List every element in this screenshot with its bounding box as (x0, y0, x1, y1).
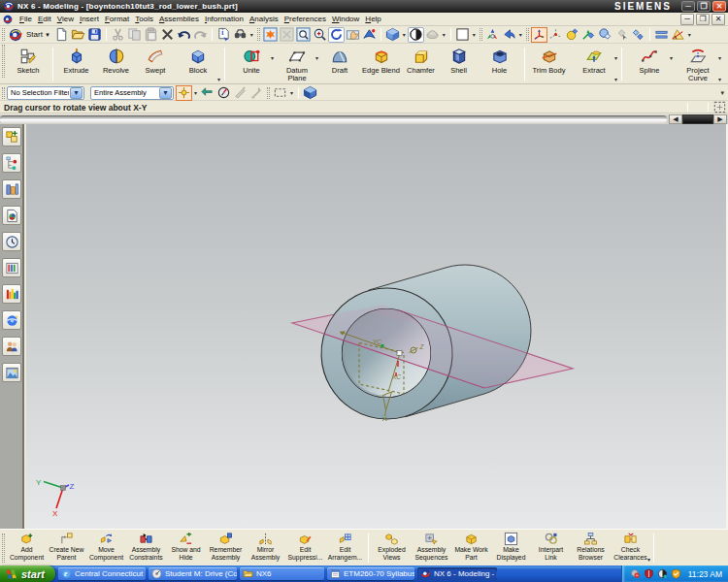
unite-button[interactable]: Unite▾ (228, 45, 275, 83)
pan-icon[interactable] (345, 27, 361, 43)
dropdown-caret-icon[interactable]: ▾ (647, 556, 650, 563)
vector-icon[interactable] (580, 27, 597, 43)
select-disabled-icon[interactable] (613, 27, 630, 43)
make-displayed-button[interactable]: MakeDisplayed (491, 530, 531, 566)
taskbar-button[interactable]: NX 6 - Modeling - [bo... (417, 567, 497, 580)
taskbar-button[interactable]: NX6 (240, 567, 324, 580)
minimize-button[interactable]: ─ (681, 1, 695, 12)
toolbar-grip[interactable] (526, 28, 529, 42)
constraint-navigator-tab[interactable] (2, 153, 21, 173)
dropdown-caret-icon[interactable]: ▾ (315, 54, 318, 61)
assembly-constraints-button[interactable]: AssemblyConstraints (126, 530, 166, 566)
internet-explorer-tab[interactable] (2, 310, 21, 330)
toolbar-grip[interactable] (480, 28, 482, 42)
datum-plane-button[interactable]: DatumPlane▾ (275, 45, 319, 83)
restore-button[interactable]: ❐ (697, 1, 711, 12)
project-curve-button[interactable]: ProjectCurve▾▾ (674, 45, 722, 83)
plane-dialog-icon[interactable] (597, 27, 613, 43)
orient-view-icon[interactable] (484, 27, 501, 43)
dropdown-caret-icon[interactable]: ▾ (718, 54, 721, 61)
selection-scope-combo[interactable]: Entire Assembly ▼ (90, 86, 174, 100)
add-component-button[interactable]: AddComponent (7, 530, 47, 566)
menu-insert[interactable]: Insert (77, 14, 102, 24)
menu-assemblies[interactable]: Assemblies (156, 14, 202, 24)
menu-preferences[interactable]: Preferences (281, 14, 329, 24)
clip-section-icon[interactable] (711, 100, 728, 115)
rotate-icon[interactable] (328, 27, 345, 43)
draft-button[interactable]: Draft (319, 45, 360, 83)
spline-button[interactable]: Spline▾ (625, 45, 674, 83)
redo-icon[interactable] (192, 27, 209, 43)
delete-icon[interactable] (159, 27, 176, 43)
start-menu-button[interactable]: Start▼ (23, 30, 53, 39)
find-icon[interactable] (232, 27, 248, 43)
graphics-window[interactable]: Z YC XC Y X Z (26, 124, 728, 529)
edge-blend-button[interactable]: Edge Blend (360, 45, 402, 83)
toolbar-grip[interactable] (2, 534, 5, 563)
display-mode-icon[interactable] (408, 27, 424, 43)
toolbar-overflow-icon[interactable]: ▾ (720, 89, 724, 97)
make-work-part-button[interactable]: Make WorkPart (451, 530, 491, 566)
open-icon[interactable] (70, 27, 86, 43)
interpart-link-button[interactable]: InterpartLink (531, 530, 571, 566)
relations-browser-button[interactable]: RelationsBrowser (571, 530, 611, 566)
deselect-icon[interactable] (232, 85, 248, 101)
chevron-down-icon[interactable]: ▼ (70, 87, 83, 99)
child-close-button[interactable]: ✕ (711, 14, 725, 25)
shaded-view-icon[interactable] (384, 27, 401, 43)
menu-analysis[interactable]: Analysis (247, 14, 281, 24)
dropdown-caret-icon[interactable]: ▾ (517, 31, 524, 38)
extract-button[interactable]: Extract▾▾ (570, 45, 618, 83)
menu-tools[interactable]: Tools (132, 14, 156, 24)
scroll-track[interactable] (682, 114, 713, 124)
check-clearances-button[interactable]: CheckClearances▾ (611, 530, 650, 566)
dropdown-caret-icon[interactable]: ▾ (401, 31, 408, 38)
dropdown-caret-icon[interactable]: ▾ (288, 89, 295, 96)
operation-navigator-tab[interactable] (2, 206, 21, 225)
scroll-right-button[interactable]: ▶ (713, 114, 727, 124)
rectangle-select-icon[interactable] (272, 85, 288, 101)
network-icon[interactable] (657, 568, 668, 579)
dock-groove[interactable] (0, 115, 667, 123)
dropdown-caret-icon[interactable]: ▾ (686, 31, 693, 38)
menu-view[interactable]: View (54, 14, 77, 24)
csys-dashed-icon[interactable] (547, 27, 564, 43)
menu-help[interactable]: Help (362, 14, 383, 24)
parallel-lines-icon[interactable] (653, 27, 670, 43)
assembly-navigator-tab[interactable] (2, 127, 21, 146)
menu-format[interactable]: Format (102, 14, 132, 24)
trim-body-button[interactable]: Trim Body (528, 45, 570, 83)
dropdown-caret-icon[interactable]: ▾ (670, 54, 673, 61)
background-icon[interactable] (454, 27, 471, 43)
dropdown-caret-icon[interactable]: ▾ (248, 31, 255, 38)
copy-icon[interactable] (126, 27, 143, 43)
fit-view-icon[interactable] (262, 27, 279, 43)
zoom-box-icon[interactable] (295, 27, 312, 43)
toolbar-grip[interactable] (2, 28, 5, 42)
assembly-sequences-button[interactable]: AssemblySequences (412, 530, 451, 566)
taskbar-button[interactable]: Student M: Drive (Co... (149, 567, 237, 580)
antivirus-icon[interactable] (630, 568, 641, 579)
revolve-button[interactable]: Revolve (96, 45, 136, 83)
edit-arrangement-button[interactable]: EditArrangem... (325, 530, 365, 566)
toolbar-options-caret-icon[interactable]: ▾ (718, 76, 721, 82)
mirror-assembly-button[interactable]: MirrorAssembly (246, 530, 285, 566)
undo-icon[interactable] (176, 27, 192, 43)
angle-icon[interactable] (670, 27, 686, 43)
update-shield-icon[interactable] (671, 568, 681, 579)
part-navigator-tab[interactable] (2, 179, 21, 199)
toolbar-grip[interactable] (2, 45, 5, 78)
reuse-library-tab[interactable] (2, 258, 21, 277)
dropdown-caret-icon[interactable]: ▾ (471, 31, 478, 38)
roles-tab[interactable] (2, 337, 21, 356)
point-icon[interactable] (564, 27, 580, 43)
menu-edit[interactable]: Edit (35, 14, 54, 24)
datum-csys-icon[interactable] (531, 27, 547, 43)
close-button[interactable]: ✕ (712, 1, 726, 12)
dropdown-caret-icon[interactable]: ▾ (614, 54, 617, 61)
dropdown-caret-icon[interactable]: ▾ (271, 54, 274, 61)
chevron-down-icon[interactable]: ▼ (159, 87, 172, 99)
child-minimize-button[interactable]: ─ (680, 14, 694, 25)
security-shield-icon[interactable] (644, 568, 654, 579)
toolbar-options-caret-icon[interactable]: ▾ (217, 76, 220, 82)
